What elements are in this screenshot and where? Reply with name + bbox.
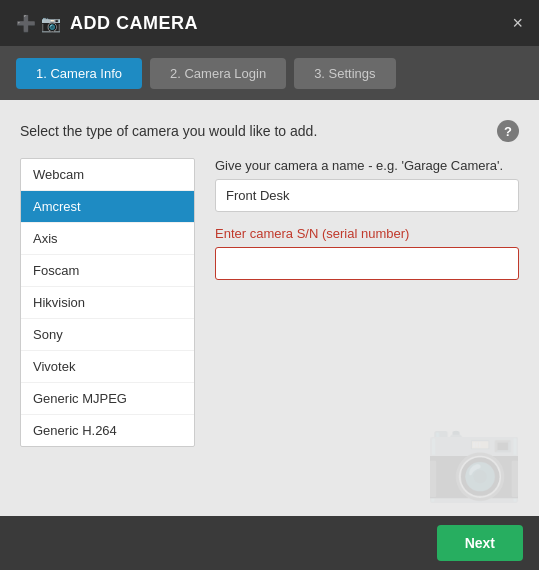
title-bar-left: ➕ 📷 ADD CAMERA <box>16 13 198 34</box>
list-item[interactable]: Sony <box>21 319 194 351</box>
list-item[interactable]: Generic MJPEG <box>21 383 194 415</box>
content-body: Webcam Amcrest Axis Foscam Hikvision Son… <box>20 158 519 447</box>
list-item[interactable]: Generic H.264 <box>21 415 194 446</box>
tab-camera-info[interactable]: 1. Camera Info <box>16 58 142 89</box>
list-item[interactable]: Hikvision <box>21 287 194 319</box>
close-button[interactable]: × <box>512 14 523 32</box>
tabs-bar: 1. Camera Info 2. Camera Login 3. Settin… <box>0 46 539 100</box>
list-item[interactable]: Vivotek <box>21 351 194 383</box>
title-bar: ➕ 📷 ADD CAMERA × <box>0 0 539 46</box>
camera-name-label: Give your camera a name - e.g. 'Garage C… <box>215 158 519 173</box>
next-button[interactable]: Next <box>437 525 523 561</box>
serial-number-input[interactable] <box>215 247 519 280</box>
content-header-text: Select the type of camera you would like… <box>20 123 317 139</box>
main-content: Select the type of camera you would like… <box>0 100 539 516</box>
help-icon[interactable]: ? <box>497 120 519 142</box>
tab-settings[interactable]: 3. Settings <box>294 58 395 89</box>
form-panel: Give your camera a name - e.g. 'Garage C… <box>215 158 519 447</box>
content-header: Select the type of camera you would like… <box>20 120 519 142</box>
camera-type-list: Webcam Amcrest Axis Foscam Hikvision Son… <box>20 158 195 447</box>
list-item[interactable]: Foscam <box>21 255 194 287</box>
serial-label: Enter camera S/N (serial number) <box>215 226 519 241</box>
footer-bar: Next <box>0 516 539 570</box>
list-item[interactable]: Amcrest <box>21 191 194 223</box>
list-item[interactable]: Axis <box>21 223 194 255</box>
page-title: ADD CAMERA <box>70 13 198 34</box>
camera-name-input[interactable] <box>215 179 519 212</box>
tab-camera-login[interactable]: 2. Camera Login <box>150 58 286 89</box>
list-item[interactable]: Webcam <box>21 159 194 191</box>
camera-add-icon: ➕ 📷 <box>16 14 62 33</box>
